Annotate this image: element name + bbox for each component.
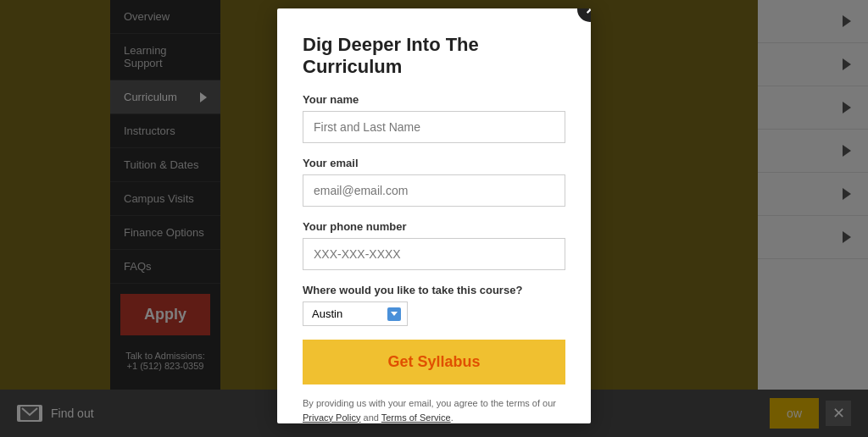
name-label: Your name [303,93,565,106]
privacy-policy-link[interactable]: Privacy Policy [303,412,360,423]
modal-close-button[interactable]: ✕ [577,8,591,22]
email-input[interactable] [303,174,565,207]
phone-label: Your phone number [303,220,565,233]
location-field-group: Where would you like to take this course… [303,284,565,326]
phone-input[interactable] [303,238,565,270]
email-field-group: Your email [303,157,565,207]
name-input[interactable] [303,111,565,143]
modal-backdrop: ✕ Dig Deeper Into The Curriculum Your na… [0,0,868,437]
phone-field-group: Your phone number [303,220,565,270]
location-select[interactable]: Austin New York San Francisco Online [303,301,408,326]
terms-of-service-link[interactable]: Terms of Service [381,412,451,423]
modal-dialog: ✕ Dig Deeper Into The Curriculum Your na… [277,8,591,423]
email-label: Your email [303,157,565,169]
get-syllabus-button[interactable]: Get Syllabus [303,340,565,384]
modal-title: Dig Deeper Into The Curriculum [303,34,565,78]
location-select-wrapper: Austin New York San Francisco Online [303,301,408,326]
location-label: Where would you like to take this course… [303,284,565,296]
modal-footer: By providing us with your email, you agr… [303,396,565,423]
name-field-group: Your name [303,93,565,143]
